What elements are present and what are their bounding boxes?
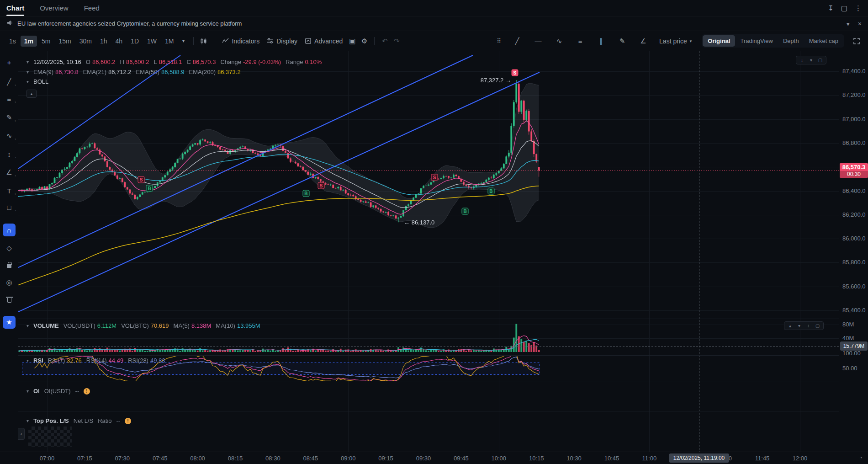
time-tick-label: 11:00	[635, 455, 663, 462]
restore-pane-icon[interactable]: ↕	[804, 322, 812, 329]
move-pane-up-icon[interactable]: ▴	[786, 322, 794, 329]
divider	[193, 37, 194, 45]
app-menu-icon[interactable]: ⋮	[855, 4, 862, 12]
view-mode-market-cap[interactable]: Market cap	[804, 35, 843, 47]
timeframe-30m[interactable]: 30m	[76, 36, 95, 47]
last-price-dropdown[interactable]: Last price▾	[656, 36, 695, 47]
layout-compare-icon[interactable]: ▣	[346, 35, 358, 47]
brush-tool-icon[interactable]: ✎›	[3, 111, 16, 124]
pane-divider[interactable]	[18, 411, 839, 411]
maximize-pane-icon[interactable]: ▢	[816, 57, 824, 64]
pane-divider[interactable]	[18, 382, 839, 382]
lock-drawings-tool-icon[interactable]	[3, 260, 16, 272]
quick-wave-icon[interactable]: ∿	[553, 35, 565, 47]
legend-chevron-icon[interactable]: ▾	[26, 358, 29, 363]
news-chevron-down-icon[interactable]: ▾	[847, 20, 850, 27]
price-axis[interactable]: 86,570.3 00:30 15.779M 87,400.087,200.08…	[839, 51, 868, 452]
ruler-tool-icon[interactable]: ∠›	[3, 166, 16, 179]
hide-drawings-tool-icon[interactable]: ◎	[3, 276, 16, 289]
quick-line-icon[interactable]: ╱	[511, 35, 523, 47]
timeframe-4h[interactable]: 4h	[112, 36, 127, 47]
chart-toolbar: 1s1m5m15m30m1h4h1D1W1M ▾ Indicators Disp…	[0, 31, 868, 51]
tab-chart[interactable]: Chart	[6, 0, 24, 16]
timeframe-1D[interactable]: 1D	[127, 36, 143, 47]
news-close-icon[interactable]: ×	[858, 20, 862, 27]
ratio-label[interactable]: Ratio	[98, 417, 111, 424]
text-tool-icon[interactable]: T›	[3, 184, 16, 197]
price-tick-label: 87,200.0	[842, 91, 866, 98]
undo-icon[interactable]: ↶	[379, 35, 391, 47]
tab-overview[interactable]: Overview	[40, 0, 69, 16]
indicators-button[interactable]: Indicators	[218, 36, 263, 47]
volume-title: VOLUME	[33, 322, 59, 329]
app-maximize-icon[interactable]: ▢	[841, 4, 847, 12]
legend-chevron-icon[interactable]: ▾	[26, 323, 29, 328]
quick-channel-icon[interactable]: ∥	[595, 35, 607, 47]
move-pane-down-icon[interactable]: ▾	[795, 322, 803, 329]
maximize-pane-icon[interactable]: ▢	[814, 322, 821, 329]
main-tabs: ChartOverviewFeed	[6, 0, 100, 16]
time-tick-label: 07:00	[33, 455, 61, 462]
fullscreen-icon[interactable]	[851, 35, 863, 47]
draw-mode-tool-icon[interactable]: ◇	[3, 242, 16, 255]
view-mode-depth[interactable]: Depth	[778, 35, 804, 47]
tool-expand-chevron-icon: ›	[15, 174, 16, 178]
volume-tick-label: 40M	[842, 335, 854, 341]
lock-glyph	[7, 264, 11, 268]
quick-angle-icon[interactable]: ∠	[637, 35, 649, 47]
shapes-tool-icon[interactable]: □›	[3, 201, 16, 213]
time-tick-label: 08:15	[222, 455, 249, 462]
quick-fib-icon[interactable]: ≡	[574, 35, 586, 47]
drag-grip-icon[interactable]: ⠿	[493, 35, 505, 47]
price-chart-canvas[interactable]	[18, 51, 839, 452]
trendline-tool-icon[interactable]: ╱›	[3, 75, 16, 88]
top-pos-ls-label[interactable]: Top Pos. L/S	[33, 417, 69, 424]
timeframe-15m[interactable]: 15m	[55, 36, 74, 47]
timeframe-1M[interactable]: 1M	[161, 36, 177, 47]
timeframe-1h[interactable]: 1h	[96, 36, 111, 47]
tab-feed[interactable]: Feed	[84, 0, 100, 16]
settings-gear-icon[interactable]: ⚙	[358, 35, 370, 47]
long-short-position-tool-icon[interactable]: ↕›	[3, 148, 16, 160]
legend-chevron-icon[interactable]: ▾	[26, 389, 29, 394]
collapse-pane-icon[interactable]: ▾	[807, 57, 815, 64]
net-ls-label[interactable]: Net L/S	[74, 417, 93, 424]
collapse-left-panel-button[interactable]: ‹	[18, 428, 25, 440]
collapse-indicators-button[interactable]: ▴	[26, 90, 37, 98]
time-tick-label: 11:45	[749, 455, 776, 462]
scroll-to-latest-icon[interactable]: ↓	[798, 57, 806, 64]
advanced-button[interactable]: Advanced	[301, 36, 346, 47]
legend-chevron-icon[interactable]: ▾	[26, 418, 29, 423]
pane-divider[interactable]	[18, 319, 839, 319]
clock-icon[interactable]: ◔	[859, 454, 863, 461]
timeframe-1s[interactable]: 1s	[5, 36, 20, 47]
quick-hline-icon[interactable]: ―	[532, 35, 544, 47]
legend-chevron-icon[interactable]: ▾	[26, 69, 29, 75]
view-mode-tradingview[interactable]: TradingView	[735, 35, 778, 47]
timeframe-dropdown-icon[interactable]: ▾	[177, 35, 189, 47]
legend-chevron-icon[interactable]: ▾	[26, 59, 29, 64]
time-tick-label: 07:15	[71, 455, 98, 462]
display-button[interactable]: Display	[263, 36, 301, 47]
time-axis[interactable]: 12/02/2025, 11:19:00 ◔ 07:0007:1507:3007…	[0, 452, 868, 464]
redo-icon[interactable]: ↷	[391, 35, 402, 47]
favorites-tool-icon[interactable]: ★	[3, 316, 16, 329]
ratio-warning-icon[interactable]: !	[125, 418, 131, 424]
cursor-tool-icon[interactable]: +	[3, 56, 16, 69]
price-pane-controls: ↓ ▾ ▢	[796, 56, 826, 64]
chart-type-icon[interactable]	[198, 35, 210, 47]
timeframe-1m[interactable]: 1m	[21, 36, 37, 47]
view-mode-original[interactable]: Original	[703, 35, 735, 47]
timeframe-5m[interactable]: 5m	[38, 36, 54, 47]
pattern-tool-icon[interactable]: ∿›	[3, 129, 16, 142]
fibonacci-tool-icon[interactable]: ≡›	[3, 92, 16, 105]
quick-brush-icon[interactable]: ✎	[616, 35, 628, 47]
signal-marker-b: B	[487, 188, 494, 195]
oi-warning-icon[interactable]: !	[84, 388, 90, 395]
legend-chevron-icon[interactable]: ▾	[26, 79, 29, 84]
magnet-tool-icon[interactable]: ∩	[3, 224, 16, 236]
app-popout-icon[interactable]: ↧	[828, 4, 834, 12]
timeframe-1W[interactable]: 1W	[143, 36, 160, 47]
pane-divider[interactable]	[18, 355, 839, 356]
delete-drawings-tool-icon[interactable]	[3, 294, 16, 307]
